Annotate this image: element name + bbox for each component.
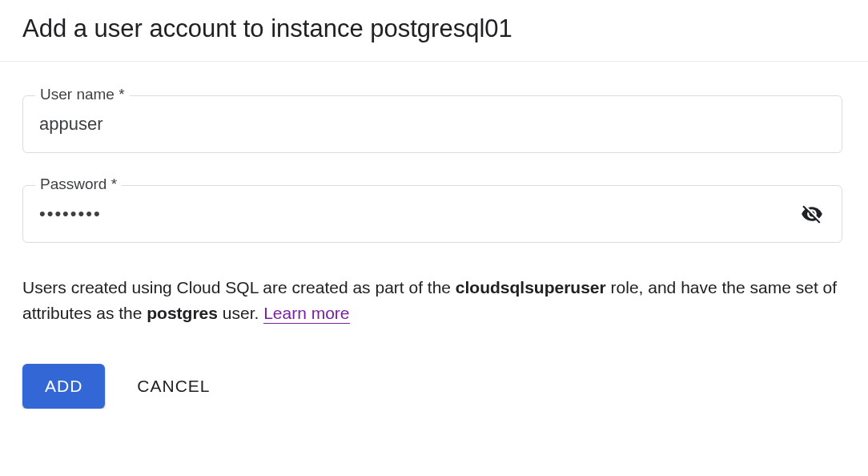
- username-label: User name *: [35, 87, 130, 102]
- password-field-group: Password *: [22, 185, 846, 243]
- page-title: Add a user account to instance postgresq…: [22, 14, 846, 43]
- form-area: User name * Password * Users created usi…: [0, 62, 868, 409]
- password-label: Password *: [35, 176, 122, 192]
- password-input[interactable]: [22, 185, 842, 243]
- eye-off-icon: [801, 203, 823, 225]
- help-text-bold1: cloudsqlsuperuser: [456, 278, 606, 296]
- help-text-post: user.: [218, 304, 263, 322]
- button-row: ADD CANCEL: [22, 364, 846, 409]
- page-header: Add a user account to instance postgresq…: [0, 0, 868, 62]
- username-input[interactable]: [22, 95, 842, 153]
- help-text-bold2: postgres: [147, 304, 218, 322]
- cancel-button[interactable]: CANCEL: [137, 377, 210, 396]
- learn-more-link[interactable]: Learn more: [263, 304, 349, 324]
- help-text-pre: Users created using Cloud SQL are create…: [22, 278, 456, 296]
- toggle-password-visibility-button[interactable]: [796, 198, 828, 230]
- help-text: Users created using Cloud SQL are create…: [22, 275, 842, 325]
- username-field-group: User name *: [22, 95, 846, 153]
- add-button[interactable]: ADD: [22, 364, 105, 409]
